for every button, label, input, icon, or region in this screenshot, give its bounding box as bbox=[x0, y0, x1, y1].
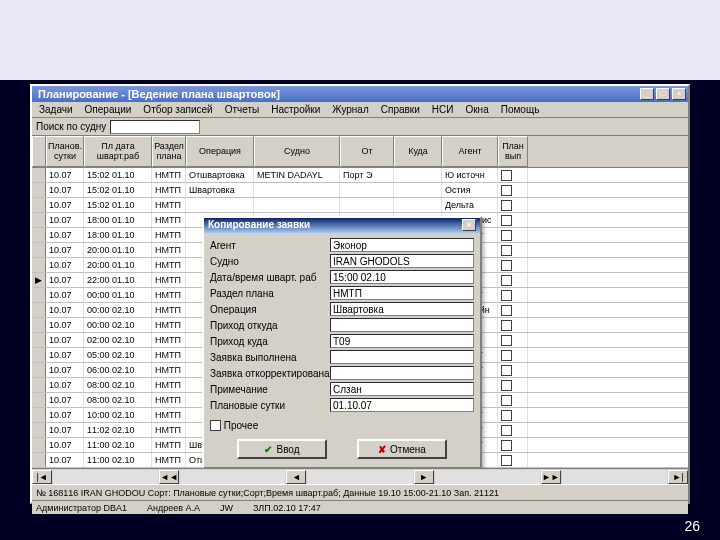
col-ship[interactable]: Судно bbox=[254, 136, 340, 167]
cell-date: 11:00 02.10 bbox=[84, 438, 152, 452]
cell-done[interactable] bbox=[498, 288, 528, 302]
menu-item[interactable]: Операции bbox=[82, 103, 135, 116]
col-to[interactable]: Куда bbox=[394, 136, 442, 167]
cell-date: 18:00 01.10 bbox=[84, 213, 152, 227]
col-from[interactable]: От bbox=[340, 136, 394, 167]
menu-item[interactable]: Отчеты bbox=[222, 103, 263, 116]
col-done[interactable]: План вып bbox=[498, 136, 528, 167]
field-label: Агент bbox=[210, 240, 330, 251]
status-user: Андреев А.А bbox=[147, 503, 200, 513]
menu-item[interactable]: Настройки bbox=[268, 103, 323, 116]
field-value[interactable]: Эконор bbox=[330, 238, 474, 252]
nav-prev[interactable]: ◄◄ bbox=[159, 470, 179, 484]
cell-done[interactable] bbox=[498, 393, 528, 407]
row-marker bbox=[32, 408, 46, 422]
field-value[interactable]: IRAN GHODOLS bbox=[330, 254, 474, 268]
search-input[interactable] bbox=[110, 120, 200, 134]
field-value[interactable] bbox=[330, 318, 474, 332]
menu-item[interactable]: Задачи bbox=[36, 103, 76, 116]
menu-item[interactable]: Помощь bbox=[498, 103, 543, 116]
cell-done[interactable] bbox=[498, 228, 528, 242]
cell-done[interactable] bbox=[498, 243, 528, 257]
dialog-field: Дата/время шварт. раб15:00 02.10 bbox=[210, 269, 474, 285]
close-button[interactable]: × bbox=[672, 88, 686, 100]
cell-done[interactable] bbox=[498, 333, 528, 347]
cell-section: НМТП bbox=[152, 453, 186, 467]
dialog-field: АгентЭконор bbox=[210, 237, 474, 253]
field-label: Плановые сутки bbox=[210, 400, 330, 411]
cell-done[interactable] bbox=[498, 348, 528, 362]
cell-done[interactable] bbox=[498, 423, 528, 437]
dialog-close-icon[interactable]: × bbox=[462, 219, 476, 231]
field-label: Примечание bbox=[210, 384, 330, 395]
cell-done[interactable] bbox=[498, 318, 528, 332]
field-value[interactable] bbox=[330, 366, 474, 380]
cell-done[interactable] bbox=[498, 258, 528, 272]
menu-item[interactable]: НСИ bbox=[429, 103, 457, 116]
col-agent[interactable]: Агент bbox=[442, 136, 498, 167]
cell-from bbox=[340, 198, 394, 212]
cell-section: НМТП bbox=[152, 363, 186, 377]
cell-ship: METIN DADAYL bbox=[254, 168, 340, 182]
status-code: ЗЛП.02.10 17:47 bbox=[253, 503, 321, 513]
ok-button[interactable]: ✔Ввод bbox=[237, 439, 327, 459]
dialog-title: Копирование заявки bbox=[208, 219, 460, 232]
cell-done[interactable] bbox=[498, 198, 528, 212]
row-marker bbox=[32, 258, 46, 272]
nav-fwd[interactable]: ► bbox=[414, 470, 434, 484]
table-row[interactable]: 10.0715:02 01.10НМТПОтшвартовкаMETIN DAD… bbox=[32, 168, 688, 183]
cell-date: 18:00 01.10 bbox=[84, 228, 152, 242]
cell-done[interactable] bbox=[498, 453, 528, 467]
cell-operation bbox=[186, 198, 254, 212]
field-value[interactable] bbox=[330, 350, 474, 364]
cell-section: НМТП bbox=[152, 438, 186, 452]
nav-next[interactable]: ►► bbox=[541, 470, 561, 484]
cell-day: 10.07 bbox=[46, 318, 84, 332]
field-value[interactable]: НМТП bbox=[330, 286, 474, 300]
data-grid[interactable]: Копирование заявки × АгентЭконорСудноIRA… bbox=[32, 168, 688, 468]
cell-done[interactable] bbox=[498, 168, 528, 182]
cell-done[interactable] bbox=[498, 213, 528, 227]
col-section[interactable]: Раздел плана bbox=[152, 136, 186, 167]
field-value[interactable]: Т09 bbox=[330, 334, 474, 348]
maximize-button[interactable]: □ bbox=[656, 88, 670, 100]
nav-last[interactable]: ►| bbox=[668, 470, 688, 484]
cell-day: 10.07 bbox=[46, 393, 84, 407]
field-label: Заявка откорректирована bbox=[210, 368, 330, 379]
cell-section: НМТП bbox=[152, 213, 186, 227]
field-value[interactable]: Швартовка bbox=[330, 302, 474, 316]
cell-done[interactable] bbox=[498, 408, 528, 422]
other-checkbox[interactable] bbox=[210, 420, 221, 431]
cell-done[interactable] bbox=[498, 273, 528, 287]
cell-date: 05:00 02.10 bbox=[84, 348, 152, 362]
col-plan-date[interactable]: Пл дата шварт.раб bbox=[84, 136, 152, 167]
check-icon: ✔ bbox=[264, 444, 272, 455]
nav-first[interactable]: |◄ bbox=[32, 470, 52, 484]
menu-item[interactable]: Отбор записей bbox=[140, 103, 215, 116]
col-plan-day[interactable]: Планов. сутки bbox=[46, 136, 84, 167]
menu-item[interactable]: Журнал bbox=[329, 103, 372, 116]
cell-day: 10.07 bbox=[46, 183, 84, 197]
table-row[interactable]: 10.0715:02 01.10НМТПДельта bbox=[32, 198, 688, 213]
dialog-field: Приход кудаТ09 bbox=[210, 333, 474, 349]
field-value[interactable]: Слзан bbox=[330, 382, 474, 396]
cell-date: 11:00 02.10 bbox=[84, 453, 152, 467]
field-value[interactable]: 01.10.07 bbox=[330, 398, 474, 412]
dialog-field: Приход откуда bbox=[210, 317, 474, 333]
field-value[interactable]: 15:00 02.10 bbox=[330, 270, 474, 284]
dialog-field: Заявка выполнена bbox=[210, 349, 474, 365]
cell-day: 10.07 bbox=[46, 423, 84, 437]
cell-done[interactable] bbox=[498, 303, 528, 317]
cell-done[interactable] bbox=[498, 378, 528, 392]
cell-done[interactable] bbox=[498, 363, 528, 377]
cell-done[interactable] bbox=[498, 183, 528, 197]
menu-item[interactable]: Справки bbox=[378, 103, 423, 116]
cancel-button[interactable]: ✘Отмена bbox=[357, 439, 447, 459]
col-operation[interactable]: Операция bbox=[186, 136, 254, 167]
cell-done[interactable] bbox=[498, 438, 528, 452]
menu-item[interactable]: Окна bbox=[462, 103, 491, 116]
table-row[interactable]: 10.0715:02 01.10НМТПШвартовкаОстия bbox=[32, 183, 688, 198]
nav-back[interactable]: ◄ bbox=[286, 470, 306, 484]
cell-from bbox=[340, 183, 394, 197]
minimize-button[interactable]: _ bbox=[640, 88, 654, 100]
